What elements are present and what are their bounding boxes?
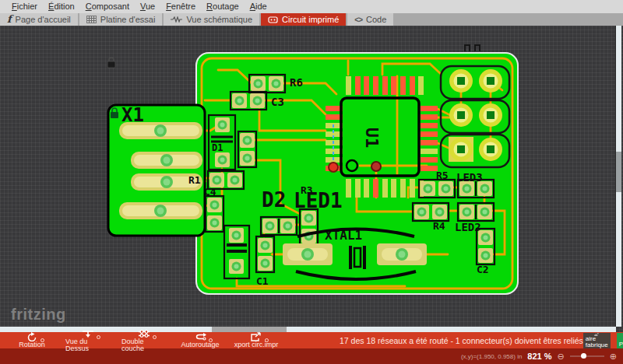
label-d1: D1 — [212, 142, 223, 153]
zoom-in-icon[interactable]: ⊕ — [610, 352, 617, 361]
label-r6: R6 — [290, 76, 303, 89]
autoroute-icon — [193, 332, 207, 341]
schematic-icon — [171, 16, 182, 23]
menu-edition[interactable]: Édition — [43, 0, 80, 13]
top-view-button[interactable]: Vue du Dessus — [65, 329, 111, 352]
top-view-icon — [81, 329, 95, 338]
label-c2: C2 — [477, 264, 489, 275]
component-x1[interactable]: X1 — [108, 104, 205, 236]
fritzing-logo-icon: f — [7, 16, 12, 23]
double-layer-icon — [137, 329, 151, 338]
tab-home[interactable]: f Page d'accueil — [0, 13, 78, 26]
tab-pcb-label: Circuit imprimé — [282, 15, 339, 24]
label-d2: D2 — [262, 188, 286, 212]
horizontal-scrollbar-thumb[interactable] — [212, 327, 287, 332]
zoom-out-icon[interactable]: ⊖ — [558, 352, 565, 361]
zoom-slider[interactable] — [570, 355, 604, 357]
rotation-button[interactable]: Rotation — [9, 332, 55, 348]
autoroute-button[interactable]: Autoroutage — [178, 332, 223, 348]
menu-vue[interactable]: Vue — [135, 0, 160, 13]
export-icon — [249, 332, 263, 341]
fabricate-button[interactable]: aire fabrique — [583, 333, 611, 348]
component-led2[interactable] — [458, 203, 494, 221]
via-marker — [329, 163, 338, 172]
vertical-scrollbar-thumb[interactable] — [616, 152, 621, 192]
tab-schematic-label: Vue schématique — [186, 15, 252, 24]
fritzing-watermark: fritzing — [11, 306, 66, 324]
breadboard-icon — [86, 16, 97, 23]
rotate-icon — [25, 332, 39, 341]
label-r1: R1 — [188, 174, 201, 186]
label-c3: C3 — [271, 96, 284, 108]
label-u1: U1 — [362, 128, 382, 149]
vertical-scrollbar[interactable] — [615, 26, 621, 327]
menu-aide[interactable]: Aide — [245, 0, 273, 13]
fabricate-label: aire fabrique — [586, 336, 608, 348]
tab-code-label: Code — [366, 15, 386, 24]
tab-breadboard[interactable]: Platine d'essai — [79, 13, 163, 26]
menu-bar: Fichier Édition Composant Vue Fenêtre Ro… — [0, 0, 623, 13]
top-view-label: Vue du Dessus — [65, 338, 111, 352]
label-c1: C1 — [256, 275, 269, 287]
double-layer-label: Double couche — [121, 338, 167, 352]
tab-code[interactable]: <> Code — [347, 13, 393, 26]
tab-home-label: Page d'accueil — [16, 15, 71, 24]
silkscreen-ticks — [465, 45, 480, 51]
component-led3[interactable] — [458, 180, 494, 198]
routing-status-text: 17 des 18 réseaux a été routé - 1 connec… — [340, 336, 583, 345]
pcb-canvas[interactable]: X1 D1 R1 C4 R6 C3 — [0, 26, 623, 332]
tab-pcb[interactable]: Circuit imprimé — [261, 13, 346, 26]
double-layer-button[interactable]: Double couche — [121, 329, 167, 352]
component-mid[interactable] — [261, 217, 297, 235]
menu-fichier[interactable]: Fichier — [6, 0, 43, 13]
zoom-slider-knob[interactable] — [581, 353, 586, 359]
pcb-toolbar: Rotation Vue du Dessus Double couche — [0, 332, 623, 348]
code-icon: <> — [354, 16, 362, 24]
view-tabbar: f Page d'accueil Platine d'essai Vue sch… — [0, 13, 623, 26]
share-button[interactable]: Partager — [617, 333, 623, 348]
pcb-icon — [268, 16, 278, 23]
zoom-level: 821 % — [527, 352, 551, 361]
label-r4: R4 — [433, 220, 445, 232]
tab-schematic[interactable]: Vue schématique — [164, 13, 259, 26]
rotation-label: Rotation — [19, 341, 45, 348]
tab-breadboard-label: Platine d'essai — [100, 15, 156, 24]
share-label: Partager — [619, 341, 623, 348]
export-pcb-button[interactable]: xport circ.impr — [234, 332, 279, 348]
cursor-coordinates: (x,y)=(1.950, 0.958) in — [461, 353, 522, 360]
menu-composant[interactable]: Composant — [80, 0, 135, 13]
pcb-drawing: X1 D1 R1 C4 R6 C3 — [0, 26, 623, 332]
autoroute-label: Autoroutage — [181, 341, 219, 348]
menu-routage[interactable]: Routage — [201, 0, 245, 13]
menu-fenetre[interactable]: Fenêtre — [160, 0, 201, 13]
lock-icon — [107, 58, 115, 68]
export-pcb-label: xport circ.impr — [234, 341, 279, 348]
label-r3: R3 — [301, 184, 313, 196]
via-marker-2 — [371, 162, 381, 171]
